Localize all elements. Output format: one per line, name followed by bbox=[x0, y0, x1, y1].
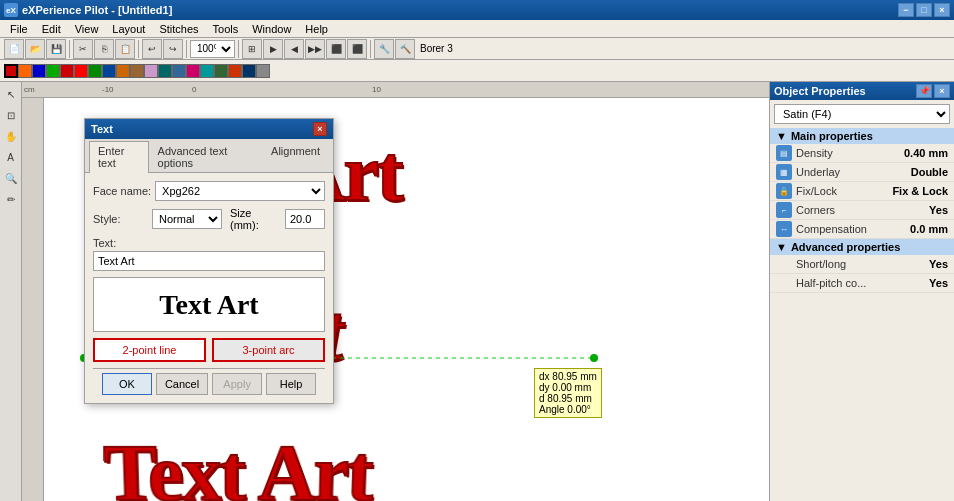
new-button[interactable]: 📄 bbox=[4, 39, 24, 59]
tb8[interactable]: ▶▶ bbox=[305, 39, 325, 59]
main-properties-header[interactable]: ▼ Main properties bbox=[770, 128, 954, 144]
path-buttons: 2-point line 3-point arc bbox=[93, 338, 325, 362]
prop-shortlong: Short/long Yes bbox=[770, 255, 954, 274]
save-button[interactable]: 💾 bbox=[46, 39, 66, 59]
cancel-button[interactable]: Cancel bbox=[156, 373, 208, 395]
color-bar bbox=[0, 60, 954, 82]
color-swatch-12[interactable] bbox=[172, 64, 186, 78]
tb10[interactable]: ⬛ bbox=[347, 39, 367, 59]
color-swatch-11[interactable] bbox=[158, 64, 172, 78]
maximize-button[interactable]: □ bbox=[916, 3, 932, 17]
style-select[interactable]: Normal bbox=[152, 209, 222, 229]
color-swatch-8[interactable] bbox=[116, 64, 130, 78]
menu-layout[interactable]: Layout bbox=[106, 22, 151, 36]
tab-advanced[interactable]: Advanced text options bbox=[149, 141, 263, 172]
color-swatch-15[interactable] bbox=[214, 64, 228, 78]
color-swatch-13[interactable] bbox=[186, 64, 200, 78]
open-button[interactable]: 📂 bbox=[25, 39, 45, 59]
tb5[interactable]: ⊞ bbox=[242, 39, 262, 59]
node-tool[interactable]: ⊡ bbox=[1, 105, 21, 125]
color-swatch-7[interactable] bbox=[102, 64, 116, 78]
paste-button[interactable]: 📋 bbox=[115, 39, 135, 59]
shortlong-icon bbox=[776, 256, 792, 272]
select-tool[interactable]: ↖ bbox=[1, 84, 21, 104]
tb6[interactable]: ▶ bbox=[263, 39, 283, 59]
two-point-line-button[interactable]: 2-point line bbox=[93, 338, 206, 362]
three-point-arc-button[interactable]: 3-point arc bbox=[212, 338, 325, 362]
copy-button[interactable]: ⎘ bbox=[94, 39, 114, 59]
color-swatch-18[interactable] bbox=[256, 64, 270, 78]
pan-tool[interactable]: ✋ bbox=[1, 126, 21, 146]
halfpitch-label: Half-pitch co... bbox=[796, 277, 929, 289]
color-swatch-2[interactable] bbox=[32, 64, 46, 78]
canvas-content[interactable]: Text Art Text Art Text Art dx 80.95 mm bbox=[44, 98, 769, 501]
menu-edit[interactable]: Edit bbox=[36, 22, 67, 36]
prop-halfpitch: Half-pitch co... Yes bbox=[770, 274, 954, 293]
shortlong-value: Yes bbox=[929, 258, 948, 270]
menu-help[interactable]: Help bbox=[299, 22, 334, 36]
prop-underlay: ▦ Underlay Double bbox=[770, 163, 954, 182]
color-swatch-9[interactable] bbox=[130, 64, 144, 78]
panel-pin-button[interactable]: 📌 bbox=[916, 84, 932, 98]
color-swatch-4[interactable] bbox=[60, 64, 74, 78]
color-swatch-6[interactable] bbox=[88, 64, 102, 78]
advanced-properties-label: Advanced properties bbox=[791, 241, 900, 253]
dialog-close-button[interactable]: × bbox=[313, 122, 327, 136]
menu-window[interactable]: Window bbox=[246, 22, 297, 36]
ruler-mark-0: 0 bbox=[192, 85, 196, 94]
color-swatch-10[interactable] bbox=[144, 64, 158, 78]
color-swatch-16[interactable] bbox=[228, 64, 242, 78]
undo-button[interactable]: ↩ bbox=[142, 39, 162, 59]
color-swatch-5[interactable] bbox=[74, 64, 88, 78]
cut-button[interactable]: ✂ bbox=[73, 39, 93, 59]
color-swatch-17[interactable] bbox=[242, 64, 256, 78]
title-bar: eX eXPerience Pilot - [Untitled1] − □ × bbox=[0, 0, 954, 20]
tab-enter-text[interactable]: Enter text bbox=[89, 141, 149, 173]
style-size-row: Style: Normal Size (mm): bbox=[93, 207, 325, 231]
size-input[interactable] bbox=[285, 209, 325, 229]
panel-controls[interactable]: 📌 × bbox=[916, 84, 950, 98]
measure-tooltip: dx 80.95 mm dy 0.00 mm d 80.95 mm Angle … bbox=[534, 368, 602, 418]
prop-compensation: ↔ Compensation 0.0 mm bbox=[770, 220, 954, 239]
menu-view[interactable]: View bbox=[69, 22, 105, 36]
size-label: Size (mm): bbox=[230, 207, 277, 231]
zoom-tool[interactable]: 🔍 bbox=[1, 168, 21, 188]
measure-angle: Angle 0.00° bbox=[539, 404, 597, 415]
text-input[interactable] bbox=[93, 251, 325, 271]
help-button[interactable]: Help bbox=[266, 373, 316, 395]
color-swatch-3[interactable] bbox=[46, 64, 60, 78]
corners-label: Corners bbox=[796, 204, 929, 216]
text-preview: Text Art bbox=[93, 277, 325, 332]
tab-alignment[interactable]: Alignment bbox=[262, 141, 329, 172]
close-button[interactable]: × bbox=[934, 3, 950, 17]
redo-button[interactable]: ↪ bbox=[163, 39, 183, 59]
menu-file[interactable]: File bbox=[4, 22, 34, 36]
properties-dropdown[interactable]: Satin (F4) bbox=[774, 104, 950, 124]
menu-tools[interactable]: Tools bbox=[207, 22, 245, 36]
draw-tool[interactable]: ✏ bbox=[1, 189, 21, 209]
prop-fixlock: 🔒 Fix/Lock Fix & Lock bbox=[770, 182, 954, 201]
tb11[interactable]: 🔧 bbox=[374, 39, 394, 59]
ok-button[interactable]: OK bbox=[102, 373, 152, 395]
color-swatch-0[interactable] bbox=[4, 64, 18, 78]
comp-value: 0.0 mm bbox=[910, 223, 948, 235]
canvas-area[interactable]: -10 0 10 cm Text Art Text Art Text Art bbox=[22, 82, 769, 501]
comp-icon: ↔ bbox=[776, 221, 792, 237]
text-tool[interactable]: A bbox=[1, 147, 21, 167]
menu-stitches[interactable]: Stitches bbox=[153, 22, 204, 36]
density-value: 0.40 mm bbox=[904, 147, 948, 159]
minimize-button[interactable]: − bbox=[898, 3, 914, 17]
tb12[interactable]: 🔨 bbox=[395, 39, 415, 59]
zoom-select[interactable]: 100% bbox=[190, 40, 235, 58]
tb9[interactable]: ⬛ bbox=[326, 39, 346, 59]
color-swatch-14[interactable] bbox=[200, 64, 214, 78]
color-swatch-1[interactable] bbox=[18, 64, 32, 78]
panel-close-button[interactable]: × bbox=[934, 84, 950, 98]
apply-button[interactable]: Apply bbox=[212, 373, 262, 395]
halfpitch-value: Yes bbox=[929, 277, 948, 289]
title-bar-controls[interactable]: − □ × bbox=[898, 3, 950, 17]
advanced-properties-header[interactable]: ▼ Advanced properties bbox=[770, 239, 954, 255]
tb7[interactable]: ◀ bbox=[284, 39, 304, 59]
shortlong-label: Short/long bbox=[796, 258, 929, 270]
face-name-select[interactable]: Xpg262 bbox=[155, 181, 325, 201]
